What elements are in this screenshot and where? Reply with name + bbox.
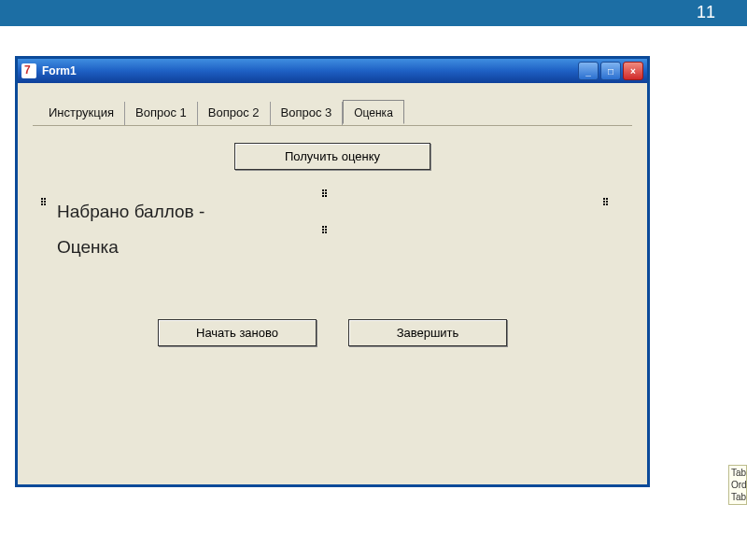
tab-label: Оценка xyxy=(354,106,393,119)
designer-panel[interactable]: Набрано баллов - Оценка xyxy=(44,192,606,291)
finish-button[interactable]: Завершить xyxy=(348,319,507,346)
maximize-button[interactable]: □ xyxy=(600,62,621,80)
get-score-button[interactable]: Получить оценку xyxy=(234,143,430,170)
property-inspector-peek: Tab Ord Tab xyxy=(728,465,747,505)
window-title: Form1 xyxy=(42,64,578,77)
tabstrip: Инструкция Вопрос 1 Вопрос 2 Вопрос 3 Оц… xyxy=(38,102,632,125)
window-controls: _ □ × xyxy=(578,62,643,80)
designer-dot-grid xyxy=(35,438,630,479)
tab-panel-grade: Получить оценку Набрано баллов - Оценка … xyxy=(33,125,632,346)
tab-grade[interactable]: Оценка xyxy=(343,100,404,124)
bottom-button-row: Начать заново Завершить xyxy=(33,319,632,346)
slide-header-bar: 11 xyxy=(0,0,747,26)
minimize-button[interactable]: _ xyxy=(578,62,599,80)
tab-label: Вопрос 2 xyxy=(208,105,260,119)
prop-row: Tab xyxy=(731,491,746,503)
resize-handle-icon[interactable] xyxy=(322,226,328,231)
resize-handle-icon[interactable] xyxy=(603,198,609,203)
slide-number: 11 xyxy=(697,3,715,21)
tab-label: Вопрос 1 xyxy=(135,105,187,119)
resize-handle-icon[interactable] xyxy=(322,189,328,195)
tab-question-2[interactable]: Вопрос 2 xyxy=(198,102,271,125)
prop-row: Tab xyxy=(731,467,746,479)
tab-label: Инструкция xyxy=(49,105,114,119)
tab-instruction[interactable]: Инструкция xyxy=(38,102,125,125)
maximize-icon: □ xyxy=(608,66,613,77)
titlebar[interactable]: Form1 _ □ × xyxy=(18,59,647,83)
tab-question-1[interactable]: Вопрос 1 xyxy=(125,102,198,125)
resize-handle-icon[interactable] xyxy=(41,198,47,203)
tab-question-3[interactable]: Вопрос 3 xyxy=(271,102,344,125)
grade-label: Оценка xyxy=(57,237,600,258)
client-area: Инструкция Вопрос 1 Вопрос 2 Вопрос 3 Оц… xyxy=(18,83,647,484)
score-label: Набрано баллов - xyxy=(57,202,600,222)
prop-row: Ord xyxy=(731,479,746,491)
restart-button[interactable]: Начать заново xyxy=(158,319,317,346)
close-button[interactable]: × xyxy=(623,62,643,80)
app-window: Form1 _ □ × Инструкция Вопрос 1 Вопрос 2… xyxy=(15,56,650,487)
minimize-icon: _ xyxy=(585,66,591,77)
close-icon: × xyxy=(630,66,636,77)
tab-label: Вопрос 3 xyxy=(281,105,332,119)
slide-area: Form1 _ □ × Инструкция Вопрос 1 Вопрос 2… xyxy=(0,26,747,487)
delphi-icon xyxy=(21,63,36,78)
